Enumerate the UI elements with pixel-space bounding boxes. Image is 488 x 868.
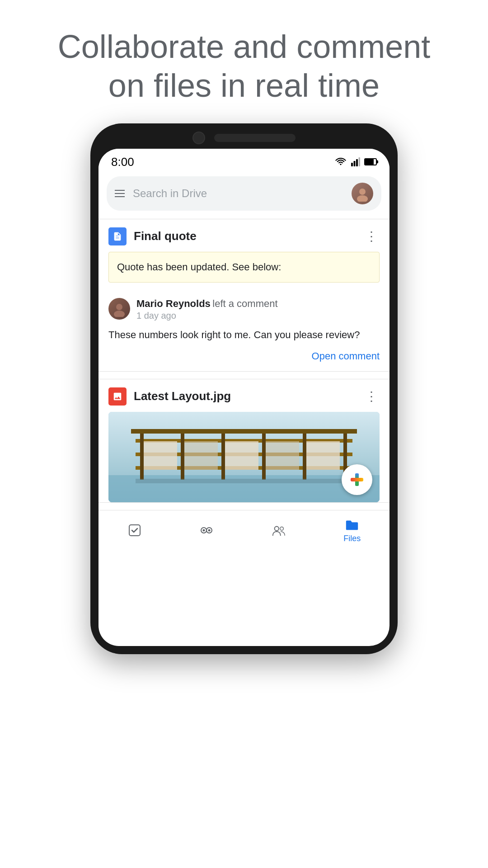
files-nav-label: Files [343,534,361,543]
fab-button[interactable] [342,464,372,495]
open-comment-button[interactable]: Open comment [108,350,380,362]
doc-preview: Quote has been updated. See below: [108,252,380,283]
svg-rect-22 [266,441,299,470]
svg-point-4 [359,189,366,195]
svg-rect-23 [306,441,340,470]
phone-camera [192,132,205,144]
comment-meta: Mario Reynolds left a comment 1 day ago [136,298,380,321]
search-bar[interactable]: Search in Drive [107,176,381,211]
svg-rect-3 [359,157,361,166]
svg-point-35 [280,527,284,531]
commenter-name: Mario Reynolds [136,298,211,309]
svg-point-32 [203,529,205,532]
svg-point-6 [116,304,122,310]
google-plus-icon [349,472,365,488]
file-card-final-quote: Final quote ⋮ Quote has been updated. Se… [99,219,389,372]
svg-rect-0 [351,163,353,166]
svg-rect-20 [184,441,218,470]
svg-rect-1 [354,161,356,166]
nav-item-people[interactable] [272,523,286,538]
more-options-1[interactable]: ⋮ [363,229,380,244]
svg-rect-24 [131,429,357,434]
comment-section: Mario Reynolds left a comment 1 day ago … [99,291,389,371]
svg-point-7 [114,311,125,317]
status-icons [334,157,377,166]
svg-rect-28 [351,478,363,481]
svg-rect-13 [140,430,144,480]
phone-screen: 8:00 [99,149,389,646]
svg-rect-21 [225,441,258,470]
doc-file-icon [108,227,127,245]
user-avatar-image [352,183,373,204]
search-input[interactable]: Search in Drive [133,187,343,200]
svg-point-33 [208,529,211,532]
file-name-1: Final quote [134,229,363,243]
svg-point-5 [357,195,368,202]
svg-rect-25 [136,479,352,483]
svg-rect-15 [221,430,225,480]
file-card-latest-layout: Latest Layout.jpg ⋮ [99,379,389,503]
hamburger-icon[interactable] [115,190,125,197]
building-scene [108,412,380,502]
status-time: 8:00 [111,155,134,169]
commenter-avatar [108,298,130,320]
nav-item-shared[interactable] [199,523,214,538]
image-file-icon [108,387,127,406]
shared-drives-icon [199,523,214,538]
svg-rect-19 [144,441,177,470]
comment-time: 1 day ago [136,311,380,321]
files-folder-icon [345,518,359,532]
svg-rect-2 [356,159,358,166]
tasks-icon [127,523,142,538]
nav-item-tasks[interactable] [127,523,142,538]
phone-top-hardware [99,132,389,144]
wifi-icon [334,157,347,166]
file-name-2: Latest Layout.jpg [134,389,363,403]
file-header-2: Latest Layout.jpg ⋮ [99,379,389,412]
phone-shell: 8:00 [90,123,398,654]
comment-author-line: Mario Reynolds left a comment [136,298,380,310]
image-preview [108,412,380,502]
nav-item-files[interactable]: Files [343,518,361,543]
signal-icon [351,157,361,166]
svg-rect-17 [303,430,306,480]
svg-rect-16 [262,430,266,480]
user-avatar[interactable] [352,183,373,204]
file-header-1: Final quote ⋮ [99,219,389,252]
bottom-nav: Files [99,510,389,552]
status-bar: 8:00 [99,149,389,173]
svg-rect-14 [181,430,184,480]
doc-preview-text: Quote has been updated. See below: [117,261,281,273]
more-options-2[interactable]: ⋮ [363,389,380,404]
comment-header: Mario Reynolds left a comment 1 day ago [108,298,380,321]
open-comment-link[interactable]: Open comment [312,350,380,362]
comment-body: These numbers look right to me. Can you … [108,327,380,342]
people-icon [272,523,286,538]
hero-title: Collaborate and comment on files in real… [0,0,488,123]
battery-icon [364,158,377,165]
building-svg [108,412,380,502]
svg-rect-29 [129,525,140,536]
comment-action-text: left a comment [212,298,277,309]
svg-point-34 [274,527,278,531]
phone-speaker [214,134,296,142]
